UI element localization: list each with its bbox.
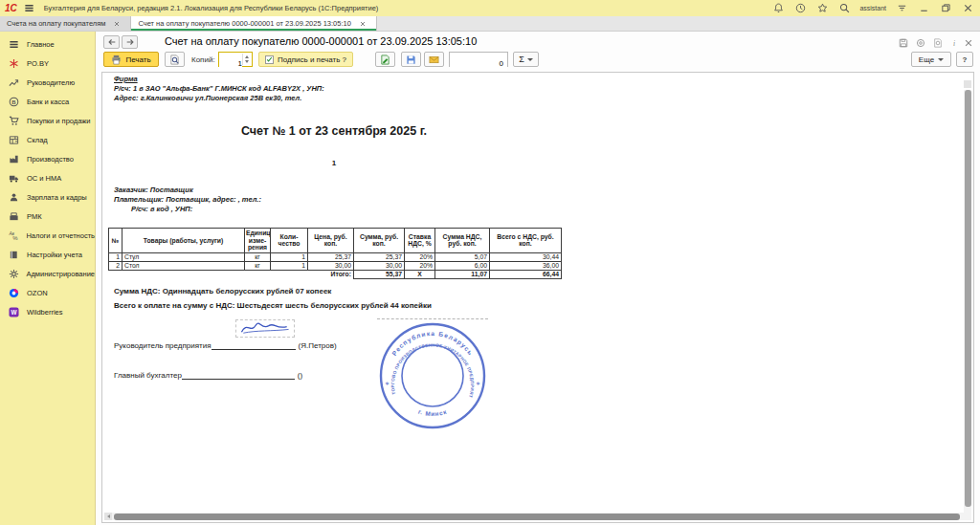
info-icon[interactable]: i (948, 37, 960, 48)
sidebar-item-pokupki-prodazhi[interactable]: Покупки и продажи (0, 111, 95, 130)
table-column-header: Цена, руб. коп. (308, 229, 354, 253)
total-label: Итого: (109, 270, 354, 278)
search-icon[interactable] (837, 3, 851, 14)
sign-checkbox-label: Подпись и печать ? (278, 55, 346, 64)
sidebar-item-nastroyki-ucheta[interactable]: Настройки учета (0, 245, 95, 264)
notifications-bell-icon[interactable] (771, 3, 785, 14)
sidebar-item-proizvodstvo[interactable]: Производство (0, 149, 95, 168)
close-tab-icon[interactable] (356, 18, 369, 30)
table-cell: 6,00 (435, 261, 490, 270)
more-button[interactable]: Еще (911, 52, 951, 67)
save-file-button[interactable] (401, 52, 421, 67)
copies-stepper[interactable] (218, 52, 253, 67)
print-preview-button[interactable] (165, 52, 185, 67)
minimize-icon[interactable] (917, 3, 930, 14)
table-row: 1Стулкг125,3725,3720%5,0730,44 (109, 252, 562, 261)
document-title: Счет на оплату покупателю 0000-000001 от… (165, 35, 477, 47)
sidebar-item-label: PO.BY (27, 59, 49, 68)
tab-invoice-document[interactable]: Счет на оплату покупателю 0000-000001 от… (131, 16, 376, 31)
back-button[interactable] (103, 35, 120, 49)
sum-field[interactable] (449, 52, 508, 67)
table-column-header: Ставка НДС, % (405, 229, 435, 253)
sidebar-item-administrirovanie[interactable]: Администрирование (0, 264, 95, 283)
print-button-label: Печать (125, 55, 150, 64)
close-window-icon[interactable] (961, 3, 974, 14)
filter-settings-icon[interactable] (895, 3, 908, 14)
sidebar-item-rukovoditelyu[interactable]: Руководителю (0, 73, 95, 92)
sidebar-item-rmk[interactable]: РМК (0, 207, 95, 226)
sidebar-item-roby[interactable]: PO.BY (0, 54, 95, 73)
horizontal-scrollbar-thumb[interactable] (114, 514, 960, 520)
preview-gray-icon[interactable] (932, 37, 944, 48)
sidebar-item-zarplata-kadry[interactable]: Зарплата и кадры (0, 187, 95, 207)
sidebar-item-label: Администрирование (26, 270, 95, 278)
payer-account-line: Р/сч: в код , УНП: (131, 205, 192, 213)
sidebar-item-nalogi[interactable]: Ав%Налоги и отчетность (0, 226, 95, 245)
save-gray-icon[interactable] (898, 37, 909, 48)
table-column-header: Сумма, руб. коп. (354, 229, 405, 253)
sidebar-item-os-nma[interactable]: ОС и НМА (0, 168, 95, 187)
table-cell: 20% (405, 252, 435, 261)
accountant-name: () (298, 371, 302, 380)
main-menu-icon[interactable] (23, 3, 36, 14)
table-cell: 2 (109, 261, 122, 270)
sum-functions-button[interactable]: Σ (513, 52, 539, 67)
sign-and-stamp-toggle[interactable]: Подпись и печать ? (258, 52, 353, 67)
signature-settings-button[interactable] (375, 52, 395, 67)
vat-amount-words: Сумма НДС: Одиннадцать белорусских рубле… (114, 287, 331, 295)
printer-icon (111, 55, 122, 65)
sidebar-item-label: Зарплата и кадры (27, 193, 87, 202)
table-cell: 1 (109, 252, 122, 261)
sum-input[interactable] (450, 57, 507, 71)
restore-window-icon[interactable] (939, 3, 952, 14)
total-vat-mark: X (405, 270, 435, 278)
wildberries-logo-icon: W (8, 306, 20, 317)
sidebar-item-bank-kassa[interactable]: BБанк и касса (0, 92, 95, 111)
tax-icon: Ав% (8, 230, 19, 241)
attach-circle-icon[interactable] (915, 37, 926, 48)
checkbox-checked-icon[interactable] (265, 55, 274, 64)
stepper-arrows[interactable] (242, 54, 251, 65)
main-area: Счет на оплату покупателю 0000-000001 от… (96, 32, 980, 525)
ozon-logo-icon (8, 287, 20, 298)
vertical-scrollbar-thumb[interactable] (965, 90, 971, 507)
tab-label: Счет на оплату покупателю 0000-000001 от… (138, 19, 350, 28)
print-button[interactable]: Печать (103, 52, 159, 67)
menu-lines-icon (8, 38, 20, 50)
copies-input[interactable] (219, 57, 242, 71)
scroll-up-button[interactable] (964, 80, 971, 88)
table-cell: Стул (122, 252, 245, 261)
assistant-user-label[interactable]: assistant (859, 5, 886, 11)
toolbar: Печать Копий: Подпись и печать ? Σ Е (96, 51, 980, 70)
accountant-signature-row: Главный бухгалтер() (114, 371, 302, 380)
table-cell: 1 (271, 261, 308, 270)
sidebar-item-sklad[interactable]: Склад (0, 130, 95, 149)
favorites-star-icon[interactable] (815, 3, 829, 14)
close-document-icon[interactable] (963, 37, 974, 48)
scroll-left-button[interactable] (104, 513, 112, 520)
help-button[interactable]: ? (956, 52, 973, 67)
table-cell: 30,00 (354, 261, 405, 270)
person-icon (8, 191, 20, 203)
tab-label: Счета на оплату покупателям (7, 19, 105, 28)
sidebar-item-wildberries[interactable]: WWildberries (0, 302, 95, 321)
table-column-header: Товары (работы, услуги) (122, 229, 245, 253)
sidebar-item-label: Главное (27, 40, 55, 49)
director-name: (Я.Петров) (299, 341, 337, 350)
history-icon[interactable] (793, 3, 807, 14)
sidebar-item-glavnoe[interactable]: Главное (0, 34, 95, 54)
1c-logo-icon: 1С (5, 3, 17, 13)
sidebar-item-ozon[interactable]: OZON (0, 283, 95, 302)
total-with-vat: 66,44 (490, 270, 562, 278)
tab-invoice-list[interactable]: Счета на оплату покупателям (0, 16, 131, 31)
customer-line: Заказчик: Поставщик (114, 186, 193, 194)
print-preview-pane: Фирма Р/сч: 1 в ЗАО "Альфа-Банк" Г.МИНСК… (101, 72, 974, 523)
tab-bar: Счета на оплату покупателям Счет на опла… (0, 16, 980, 32)
forward-button[interactable] (122, 35, 138, 49)
close-tab-icon[interactable] (110, 18, 123, 30)
firm-address-line: Адрес: г.Калинковичи ул.Пионерская 25В е… (114, 94, 301, 102)
send-email-button[interactable] (424, 52, 444, 67)
book-icon (8, 249, 20, 260)
signature-line (212, 342, 296, 350)
table-cell: кг (245, 261, 271, 270)
